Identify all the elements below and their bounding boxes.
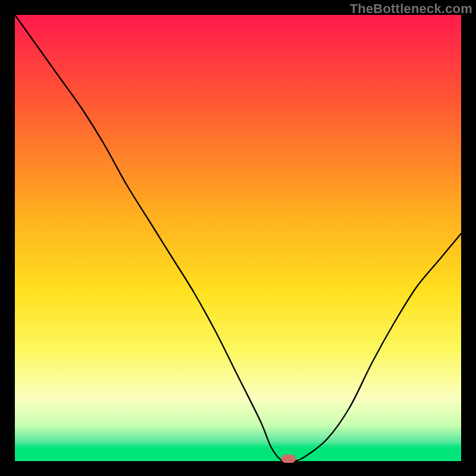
optimal-marker bbox=[281, 455, 296, 463]
curve-layer bbox=[15, 15, 461, 461]
chart-frame: TheBottleneck.com bbox=[0, 0, 476, 476]
bottleneck-curve bbox=[15, 15, 461, 462]
